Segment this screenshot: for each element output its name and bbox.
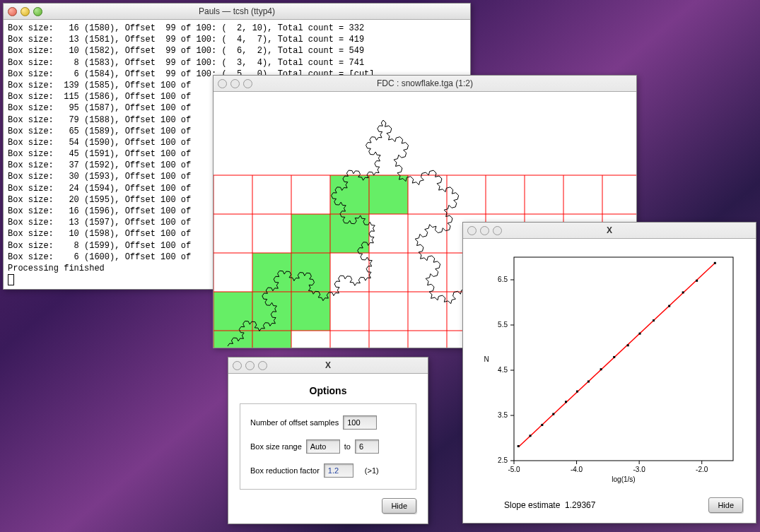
- chart-window-title: X: [463, 225, 756, 235]
- minimize-icon[interactable]: [230, 79, 240, 88]
- svg-text:5.5: 5.5: [498, 321, 508, 329]
- minimize-icon[interactable]: [21, 7, 30, 16]
- terminal-title: Pauls — tcsh (ttyp4): [4, 6, 470, 16]
- filled-box: [214, 331, 252, 348]
- svg-text:2.5: 2.5: [498, 456, 508, 464]
- box-range-label: Box size range: [250, 442, 302, 451]
- minimize-icon[interactable]: [480, 226, 489, 235]
- data-point: [600, 368, 602, 370]
- filled-box: [214, 292, 252, 331]
- data-point: [541, 424, 543, 426]
- options-window: X Options Number of offset samples Box s…: [228, 357, 428, 524]
- filled-box: [291, 292, 330, 331]
- options-titlebar[interactable]: X: [228, 357, 428, 374]
- filled-box: [252, 331, 291, 348]
- data-point: [565, 401, 567, 403]
- svg-text:4.5: 4.5: [498, 366, 508, 374]
- filled-box: [330, 175, 369, 214]
- filled-box: [291, 214, 330, 253]
- data-point: [627, 344, 629, 346]
- reduction-hint: (>1): [365, 466, 379, 475]
- slope-readout: Slope estimate 1.29367: [504, 500, 595, 510]
- close-icon[interactable]: [218, 79, 227, 88]
- data-point: [613, 356, 615, 358]
- offset-samples-label: Number of offset samples: [250, 418, 339, 427]
- zoom-icon[interactable]: [33, 7, 42, 16]
- minimize-icon[interactable]: [245, 361, 255, 370]
- data-point: [587, 381, 590, 383]
- svg-rect-18: [514, 257, 733, 461]
- fractal-titlebar[interactable]: FDC : snowflake.tga (1:2): [214, 76, 636, 92]
- svg-text:N: N: [484, 355, 489, 363]
- data-point: [696, 280, 698, 282]
- box-range-to-input[interactable]: [355, 439, 379, 454]
- reduction-label: Box reduction factor: [250, 466, 320, 475]
- svg-text:log(1/s): log(1/s): [612, 475, 635, 483]
- data-point: [576, 391, 578, 393]
- svg-text:6.5: 6.5: [498, 276, 508, 283]
- hide-button[interactable]: Hide: [382, 498, 416, 514]
- svg-text:-4.0: -4.0: [571, 466, 583, 473]
- chart-titlebar[interactable]: X: [463, 223, 756, 239]
- svg-text:-2.0: -2.0: [696, 466, 708, 473]
- filled-box: [369, 175, 408, 214]
- zoom-icon[interactable]: [493, 226, 502, 235]
- data-point: [653, 319, 655, 321]
- data-point: [682, 291, 684, 293]
- filled-box: [252, 292, 291, 331]
- fit-line: [518, 263, 715, 447]
- filled-box: [330, 214, 369, 253]
- fractal-title: FDC : snowflake.tga (1:2): [214, 78, 636, 88]
- chart-window: X -5.0-4.0-3.0-2.02.53.54.55.56.5Nlog(1/…: [462, 222, 756, 524]
- svg-text:3.5: 3.5: [498, 411, 508, 419]
- data-point: [530, 435, 532, 437]
- offset-samples-input[interactable]: [343, 415, 377, 430]
- filled-box: [291, 253, 330, 292]
- close-icon[interactable]: [233, 361, 242, 370]
- svg-text:-5.0: -5.0: [508, 466, 520, 473]
- reduction-input[interactable]: [324, 463, 353, 478]
- options-heading: Options: [240, 385, 416, 396]
- data-point: [668, 305, 670, 307]
- data-point: [552, 413, 554, 415]
- hide-button[interactable]: Hide: [708, 497, 743, 513]
- options-panel: Number of offset samples Box size range …: [240, 403, 416, 490]
- zoom-icon[interactable]: [258, 361, 267, 370]
- terminal-titlebar[interactable]: Pauls — tcsh (ttyp4): [4, 4, 470, 20]
- data-point: [714, 262, 716, 264]
- close-icon[interactable]: [8, 7, 17, 16]
- data-point: [518, 445, 520, 447]
- chart-plot: -5.0-4.0-3.0-2.02.53.54.55.56.5Nlog(1/s): [475, 249, 744, 489]
- svg-text:-3.0: -3.0: [633, 466, 646, 473]
- data-point: [639, 333, 641, 335]
- box-range-from-input[interactable]: [306, 439, 340, 454]
- box-range-to-label: to: [344, 442, 351, 451]
- zoom-icon[interactable]: [243, 79, 252, 88]
- close-icon[interactable]: [467, 226, 477, 235]
